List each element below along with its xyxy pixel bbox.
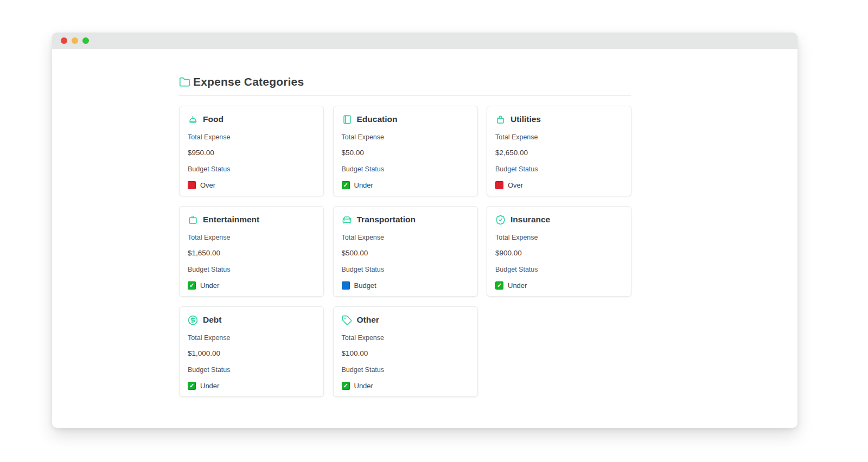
total-expense-value: $2,650.00 (495, 149, 623, 157)
food-dome-icon (188, 114, 198, 125)
tv-icon (188, 215, 198, 225)
category-name: Food (203, 114, 224, 124)
page-header: Expense Categories (179, 75, 797, 88)
budget-status: Under (188, 281, 315, 290)
category-name: Debt (203, 315, 221, 325)
budget-status-label: Budget Status (495, 265, 623, 274)
budget-status-label: Budget Status (188, 265, 315, 274)
status-badge (342, 181, 350, 189)
status-text: Budget (354, 281, 376, 290)
total-expense-value: $100.00 (342, 349, 469, 358)
close-window-button[interactable] (61, 37, 67, 44)
category-card-other: Other Total Expense $100.00 Budget Statu… (333, 306, 478, 397)
status-badge (495, 181, 503, 189)
category-card-header: Transportation (342, 214, 469, 226)
category-card-transportation: Transportation Total Expense $500.00 Bud… (333, 206, 478, 297)
category-card-header: Other (342, 314, 469, 326)
category-name: Entertainment (203, 215, 259, 224)
category-name: Insurance (510, 215, 550, 224)
page-content: Expense Categories Food Total Expense $9… (52, 49, 797, 397)
header-divider (179, 95, 631, 96)
category-card-food: Food Total Expense $950.00 Budget Status… (179, 106, 324, 196)
total-expense-label: Total Expense (342, 233, 469, 242)
status-text: Over (508, 181, 523, 189)
status-text: Under (508, 281, 527, 290)
status-text: Under (200, 382, 219, 390)
status-badge (188, 281, 196, 290)
window-titlebar (52, 33, 797, 49)
category-name: Other (357, 315, 379, 325)
total-expense-value: $900.00 (495, 249, 623, 258)
total-expense-label: Total Expense (495, 233, 623, 242)
budget-status: Under (342, 382, 469, 390)
budget-status: Over (188, 181, 315, 189)
category-card-debt: Debt Total Expense $1,000.00 Budget Stat… (179, 306, 324, 397)
folder-icon (179, 76, 190, 88)
category-card-header: Food (188, 113, 315, 125)
category-card-insurance: Insurance Total Expense $900.00 Budget S… (487, 206, 631, 297)
total-expense-value: $50.00 (342, 149, 469, 157)
total-expense-label: Total Expense (188, 233, 315, 242)
category-grid: Food Total Expense $950.00 Budget Status… (179, 106, 631, 397)
dollar-circle-icon (188, 315, 198, 325)
status-text: Under (200, 281, 219, 290)
status-text: Under (354, 382, 373, 390)
status-badge (342, 281, 350, 290)
status-text: Over (200, 181, 215, 189)
status-badge (188, 181, 196, 189)
budget-status-label: Budget Status (188, 365, 315, 374)
minimize-window-button[interactable] (72, 37, 78, 44)
budget-status: Budget (342, 281, 469, 290)
total-expense-label: Total Expense (342, 133, 469, 142)
category-card-utilities: Utilities Total Expense $2,650.00 Budget… (487, 106, 631, 196)
total-expense-label: Total Expense (495, 133, 623, 142)
budget-status-label: Budget Status (342, 365, 469, 374)
car-icon (342, 215, 352, 225)
app-window: Expense Categories Food Total Expense $9… (52, 33, 797, 428)
budget-status: Under (188, 382, 315, 390)
page-title: Expense Categories (193, 75, 304, 88)
category-card-header: Education (342, 113, 469, 125)
category-card-entertainment: Entertainment Total Expense $1,650.00 Bu… (179, 206, 324, 297)
budget-status-label: Budget Status (495, 165, 623, 174)
budget-status: Under (342, 181, 469, 189)
status-badge (188, 382, 196, 390)
total-expense-value: $500.00 (342, 249, 469, 258)
budget-status-label: Budget Status (342, 265, 469, 274)
shopping-bag-icon (495, 114, 506, 125)
category-card-header: Utilities (495, 113, 623, 125)
shield-check-icon (495, 215, 506, 225)
book-icon (342, 114, 352, 125)
status-badge (495, 281, 503, 290)
budget-status-label: Budget Status (342, 165, 469, 174)
category-name: Utilities (510, 114, 541, 124)
category-name: Transportation (357, 215, 416, 224)
total-expense-value: $1,000.00 (188, 349, 315, 358)
category-card-education: Education Total Expense $50.00 Budget St… (333, 106, 478, 196)
total-expense-label: Total Expense (342, 333, 469, 342)
tag-icon (342, 315, 352, 325)
category-card-header: Insurance (495, 214, 623, 226)
budget-status-label: Budget Status (188, 165, 315, 174)
total-expense-value: $950.00 (188, 149, 315, 157)
category-name: Education (357, 114, 398, 124)
category-card-header: Debt (188, 314, 315, 326)
status-text: Under (354, 181, 373, 189)
budget-status: Under (495, 281, 623, 290)
total-expense-value: $1,650.00 (188, 249, 315, 258)
category-card-header: Entertainment (188, 214, 315, 226)
total-expense-label: Total Expense (188, 133, 315, 142)
zoom-window-button[interactable] (82, 37, 89, 44)
status-badge (342, 382, 350, 390)
budget-status: Over (495, 181, 623, 189)
total-expense-label: Total Expense (188, 333, 315, 342)
